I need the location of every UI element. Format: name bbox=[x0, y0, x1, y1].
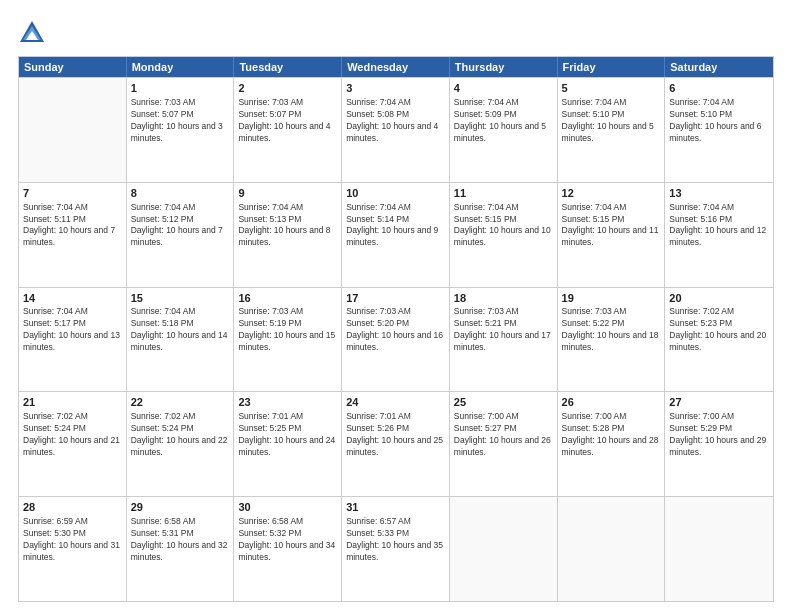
calendar-row: 28Sunrise: 6:59 AM Sunset: 5:30 PM Dayli… bbox=[19, 496, 773, 601]
calendar-cell: 3Sunrise: 7:04 AM Sunset: 5:08 PM Daylig… bbox=[342, 78, 450, 182]
calendar-cell: 10Sunrise: 7:04 AM Sunset: 5:14 PM Dayli… bbox=[342, 183, 450, 287]
day-number: 6 bbox=[669, 81, 769, 96]
day-number: 2 bbox=[238, 81, 337, 96]
cell-info: Sunrise: 7:03 AM Sunset: 5:22 PM Dayligh… bbox=[562, 306, 661, 354]
header bbox=[18, 18, 774, 46]
cell-info: Sunrise: 7:03 AM Sunset: 5:07 PM Dayligh… bbox=[238, 97, 337, 145]
calendar-cell: 4Sunrise: 7:04 AM Sunset: 5:09 PM Daylig… bbox=[450, 78, 558, 182]
weekday-header: Thursday bbox=[450, 57, 558, 77]
calendar-cell: 29Sunrise: 6:58 AM Sunset: 5:31 PM Dayli… bbox=[127, 497, 235, 601]
day-number: 12 bbox=[562, 186, 661, 201]
calendar-cell: 19Sunrise: 7:03 AM Sunset: 5:22 PM Dayli… bbox=[558, 288, 666, 392]
cell-info: Sunrise: 7:04 AM Sunset: 5:18 PM Dayligh… bbox=[131, 306, 230, 354]
cell-info: Sunrise: 7:04 AM Sunset: 5:10 PM Dayligh… bbox=[669, 97, 769, 145]
calendar-cell: 21Sunrise: 7:02 AM Sunset: 5:24 PM Dayli… bbox=[19, 392, 127, 496]
day-number: 9 bbox=[238, 186, 337, 201]
day-number: 23 bbox=[238, 395, 337, 410]
calendar-cell: 2Sunrise: 7:03 AM Sunset: 5:07 PM Daylig… bbox=[234, 78, 342, 182]
cell-info: Sunrise: 7:00 AM Sunset: 5:27 PM Dayligh… bbox=[454, 411, 553, 459]
calendar-row: 14Sunrise: 7:04 AM Sunset: 5:17 PM Dayli… bbox=[19, 287, 773, 392]
calendar-cell: 26Sunrise: 7:00 AM Sunset: 5:28 PM Dayli… bbox=[558, 392, 666, 496]
page: SundayMondayTuesdayWednesdayThursdayFrid… bbox=[0, 0, 792, 612]
calendar-cell: 1Sunrise: 7:03 AM Sunset: 5:07 PM Daylig… bbox=[127, 78, 235, 182]
cell-info: Sunrise: 7:04 AM Sunset: 5:11 PM Dayligh… bbox=[23, 202, 122, 250]
calendar-cell: 22Sunrise: 7:02 AM Sunset: 5:24 PM Dayli… bbox=[127, 392, 235, 496]
day-number: 11 bbox=[454, 186, 553, 201]
day-number: 28 bbox=[23, 500, 122, 515]
day-number: 29 bbox=[131, 500, 230, 515]
cell-info: Sunrise: 7:01 AM Sunset: 5:26 PM Dayligh… bbox=[346, 411, 445, 459]
logo bbox=[18, 18, 50, 46]
day-number: 1 bbox=[131, 81, 230, 96]
day-number: 8 bbox=[131, 186, 230, 201]
day-number: 14 bbox=[23, 291, 122, 306]
day-number: 7 bbox=[23, 186, 122, 201]
cell-info: Sunrise: 7:04 AM Sunset: 5:10 PM Dayligh… bbox=[562, 97, 661, 145]
day-number: 5 bbox=[562, 81, 661, 96]
calendar-cell: 16Sunrise: 7:03 AM Sunset: 5:19 PM Dayli… bbox=[234, 288, 342, 392]
cell-info: Sunrise: 6:58 AM Sunset: 5:32 PM Dayligh… bbox=[238, 516, 337, 564]
calendar-cell: 23Sunrise: 7:01 AM Sunset: 5:25 PM Dayli… bbox=[234, 392, 342, 496]
calendar-cell: 8Sunrise: 7:04 AM Sunset: 5:12 PM Daylig… bbox=[127, 183, 235, 287]
calendar-cell: 12Sunrise: 7:04 AM Sunset: 5:15 PM Dayli… bbox=[558, 183, 666, 287]
calendar-cell: 15Sunrise: 7:04 AM Sunset: 5:18 PM Dayli… bbox=[127, 288, 235, 392]
calendar-cell: 14Sunrise: 7:04 AM Sunset: 5:17 PM Dayli… bbox=[19, 288, 127, 392]
calendar: SundayMondayTuesdayWednesdayThursdayFrid… bbox=[18, 56, 774, 602]
calendar-row: 1Sunrise: 7:03 AM Sunset: 5:07 PM Daylig… bbox=[19, 77, 773, 182]
cell-info: Sunrise: 7:01 AM Sunset: 5:25 PM Dayligh… bbox=[238, 411, 337, 459]
calendar-cell bbox=[19, 78, 127, 182]
cell-info: Sunrise: 7:02 AM Sunset: 5:23 PM Dayligh… bbox=[669, 306, 769, 354]
calendar-cell: 5Sunrise: 7:04 AM Sunset: 5:10 PM Daylig… bbox=[558, 78, 666, 182]
cell-info: Sunrise: 7:03 AM Sunset: 5:19 PM Dayligh… bbox=[238, 306, 337, 354]
calendar-cell: 11Sunrise: 7:04 AM Sunset: 5:15 PM Dayli… bbox=[450, 183, 558, 287]
cell-info: Sunrise: 6:58 AM Sunset: 5:31 PM Dayligh… bbox=[131, 516, 230, 564]
cell-info: Sunrise: 7:00 AM Sunset: 5:29 PM Dayligh… bbox=[669, 411, 769, 459]
weekday-header: Tuesday bbox=[234, 57, 342, 77]
day-number: 24 bbox=[346, 395, 445, 410]
calendar-cell: 27Sunrise: 7:00 AM Sunset: 5:29 PM Dayli… bbox=[665, 392, 773, 496]
cell-info: Sunrise: 7:04 AM Sunset: 5:13 PM Dayligh… bbox=[238, 202, 337, 250]
cell-info: Sunrise: 7:02 AM Sunset: 5:24 PM Dayligh… bbox=[131, 411, 230, 459]
logo-icon bbox=[18, 18, 46, 46]
day-number: 30 bbox=[238, 500, 337, 515]
day-number: 31 bbox=[346, 500, 445, 515]
calendar-cell: 31Sunrise: 6:57 AM Sunset: 5:33 PM Dayli… bbox=[342, 497, 450, 601]
cell-info: Sunrise: 7:04 AM Sunset: 5:09 PM Dayligh… bbox=[454, 97, 553, 145]
cell-info: Sunrise: 7:04 AM Sunset: 5:08 PM Dayligh… bbox=[346, 97, 445, 145]
cell-info: Sunrise: 7:04 AM Sunset: 5:14 PM Dayligh… bbox=[346, 202, 445, 250]
calendar-cell bbox=[450, 497, 558, 601]
calendar-cell: 28Sunrise: 6:59 AM Sunset: 5:30 PM Dayli… bbox=[19, 497, 127, 601]
calendar-cell: 30Sunrise: 6:58 AM Sunset: 5:32 PM Dayli… bbox=[234, 497, 342, 601]
calendar-row: 21Sunrise: 7:02 AM Sunset: 5:24 PM Dayli… bbox=[19, 391, 773, 496]
cell-info: Sunrise: 7:04 AM Sunset: 5:17 PM Dayligh… bbox=[23, 306, 122, 354]
day-number: 19 bbox=[562, 291, 661, 306]
cell-info: Sunrise: 7:03 AM Sunset: 5:21 PM Dayligh… bbox=[454, 306, 553, 354]
day-number: 17 bbox=[346, 291, 445, 306]
cell-info: Sunrise: 6:57 AM Sunset: 5:33 PM Dayligh… bbox=[346, 516, 445, 564]
cell-info: Sunrise: 7:00 AM Sunset: 5:28 PM Dayligh… bbox=[562, 411, 661, 459]
day-number: 3 bbox=[346, 81, 445, 96]
day-number: 26 bbox=[562, 395, 661, 410]
day-number: 4 bbox=[454, 81, 553, 96]
weekday-header: Sunday bbox=[19, 57, 127, 77]
day-number: 21 bbox=[23, 395, 122, 410]
day-number: 20 bbox=[669, 291, 769, 306]
day-number: 27 bbox=[669, 395, 769, 410]
cell-info: Sunrise: 6:59 AM Sunset: 5:30 PM Dayligh… bbox=[23, 516, 122, 564]
calendar-cell: 9Sunrise: 7:04 AM Sunset: 5:13 PM Daylig… bbox=[234, 183, 342, 287]
calendar-cell: 13Sunrise: 7:04 AM Sunset: 5:16 PM Dayli… bbox=[665, 183, 773, 287]
day-number: 22 bbox=[131, 395, 230, 410]
calendar-cell: 20Sunrise: 7:02 AM Sunset: 5:23 PM Dayli… bbox=[665, 288, 773, 392]
calendar-cell: 24Sunrise: 7:01 AM Sunset: 5:26 PM Dayli… bbox=[342, 392, 450, 496]
day-number: 10 bbox=[346, 186, 445, 201]
weekday-header: Monday bbox=[127, 57, 235, 77]
calendar-cell: 25Sunrise: 7:00 AM Sunset: 5:27 PM Dayli… bbox=[450, 392, 558, 496]
calendar-body: 1Sunrise: 7:03 AM Sunset: 5:07 PM Daylig… bbox=[19, 77, 773, 601]
day-number: 13 bbox=[669, 186, 769, 201]
calendar-row: 7Sunrise: 7:04 AM Sunset: 5:11 PM Daylig… bbox=[19, 182, 773, 287]
weekday-header: Saturday bbox=[665, 57, 773, 77]
calendar-cell bbox=[665, 497, 773, 601]
weekday-header: Friday bbox=[558, 57, 666, 77]
calendar-cell: 7Sunrise: 7:04 AM Sunset: 5:11 PM Daylig… bbox=[19, 183, 127, 287]
cell-info: Sunrise: 7:04 AM Sunset: 5:15 PM Dayligh… bbox=[562, 202, 661, 250]
